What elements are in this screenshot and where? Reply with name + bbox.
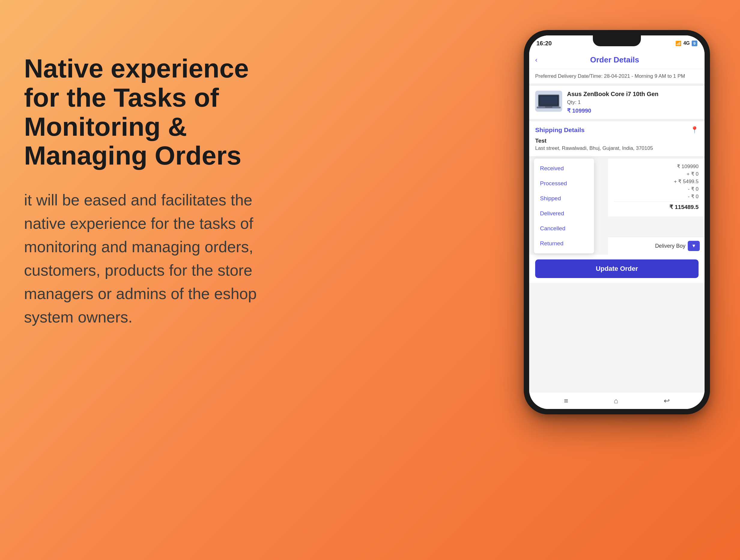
bottom-nav: ≡ ⌂ ↩ [529,392,705,409]
signal-icon: 📶 [675,40,681,46]
price-summary: ₹ 109990 + ₹ 0 + ₹ 5499.5 - ₹ 0 [608,159,705,216]
status-icons: 📶 4G 9 [675,40,698,46]
price-value-4: - ₹ 0 [688,186,699,192]
svg-rect-5 [545,107,552,107]
delivery-banner: Preferred Delivery Date/Time: 28-04-2021… [529,69,705,86]
delivery-boy-dropdown[interactable]: ▼ [688,241,700,251]
battery-icon: 9 [691,40,698,46]
svg-rect-3 [540,96,558,105]
product-qty: Qty: 1 [567,99,699,105]
back-nav-icon[interactable]: ↩ [664,397,670,405]
chevron-down-icon: ▼ [691,243,696,249]
location-icon: 📍 [690,126,699,134]
price-row-3: + ₹ 5499.5 [614,178,699,185]
product-info: Asus ZenBook Core i7 10th Gen Qty: 1 ₹ 1… [567,91,699,114]
product-name: Asus ZenBook Core i7 10th Gen [567,91,699,98]
price-value-1: ₹ 109990 [677,163,699,170]
headline: Native experience for the Tasks of Monit… [24,54,270,170]
dropdown-item-returned[interactable]: Returned [534,236,594,251]
price-row-2: + ₹ 0 [614,171,699,177]
price-row-5: - ₹ 0 [614,193,699,200]
dropdown-item-cancelled[interactable]: Cancelled [534,221,594,236]
shipping-name: Test [535,137,699,144]
back-button[interactable]: ‹ [535,56,537,64]
update-order-button[interactable]: Update Order [535,260,699,278]
product-price: ₹ 109990 [567,107,699,114]
delivery-boy-label: Delivery Boy [655,243,685,249]
status-time: 16:20 [536,40,552,47]
status-dropdown[interactable]: Received Processed Shipped Delivered Can… [534,159,594,254]
phone-mockup: 16:20 📶 4G 9 ‹ Order Details Preferred D… [524,30,710,427]
body-text: it will be eased and facilitates the nat… [24,188,270,329]
menu-icon[interactable]: ≡ [564,397,568,405]
shipping-section: Shipping Details 📍 Test Last street, Raw… [529,121,705,159]
dropdown-item-received[interactable]: Received [534,161,594,176]
home-icon[interactable]: ⌂ [614,397,618,405]
product-image [535,91,562,112]
product-section: Asus ZenBook Core i7 10th Gen Qty: 1 ₹ 1… [529,86,705,121]
shipping-address: Last street, Rawalwadi, Bhuj, Gujarat, I… [535,145,699,151]
phone-notch [593,35,641,46]
app-header: ‹ Order Details [529,51,705,69]
dropdown-item-delivered[interactable]: Delivered [534,206,594,221]
dropdown-item-shipped[interactable]: Shipped [534,191,594,206]
page-title: Order Details [542,55,688,65]
price-value-3: + ₹ 5499.5 [674,178,699,185]
dropdown-item-processed[interactable]: Processed [534,176,594,191]
shipping-title: Shipping Details [535,126,585,133]
price-value-2: + ₹ 0 [686,171,699,177]
price-total-row: ₹ 115489.5 [614,201,699,210]
total-value: ₹ 115489.5 [669,204,699,210]
update-btn-section: Update Order [529,255,705,283]
mid-content: ₹ 109990 + ₹ 0 + ₹ 5499.5 - ₹ 0 [529,159,705,255]
phone-outer: 16:20 📶 4G 9 ‹ Order Details Preferred D… [524,30,710,414]
shipping-header: Shipping Details 📍 [535,126,699,134]
left-content: Native experience for the Tasks of Monit… [24,54,270,329]
phone-screen: 16:20 📶 4G 9 ‹ Order Details Preferred D… [529,35,705,409]
price-row-1: ₹ 109990 [614,163,699,170]
signal-label: 4G [683,40,689,46]
price-row-4: - ₹ 0 [614,186,699,192]
price-value-5: - ₹ 0 [688,193,699,200]
screen-content: Preferred Delivery Date/Time: 28-04-2021… [529,69,705,393]
delivery-row: Delivery Boy ▼ [608,237,705,255]
